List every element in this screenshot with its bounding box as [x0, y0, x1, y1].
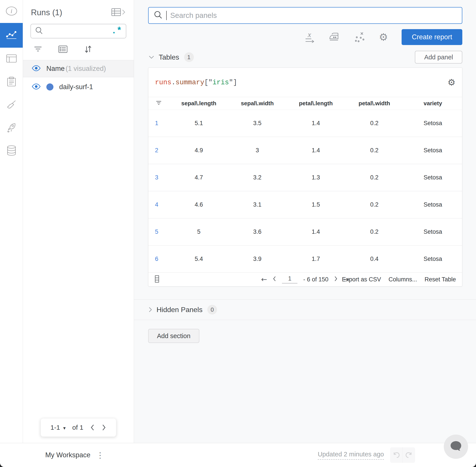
- iris-table-panel: runs.summary["iris"] ⚙ sepal\.length sep…: [148, 67, 462, 286]
- search-icon: [153, 10, 163, 21]
- column-header[interactable]: sepal\.length: [170, 100, 228, 107]
- rail-item-panels[interactable]: [0, 48, 23, 71]
- rail-item-overview[interactable]: i: [0, 0, 23, 23]
- workspace-menu-kebab-icon[interactable]: ⋮: [96, 451, 104, 460]
- row-index-link[interactable]: 2: [148, 147, 170, 154]
- x-axis-settings-icon[interactable]: x: [305, 31, 315, 43]
- column-header[interactable]: petal\.width: [345, 100, 404, 107]
- sort-icon[interactable]: [83, 45, 92, 53]
- first-page-arrow[interactable]: ←: [261, 275, 267, 284]
- prev-page-chevron[interactable]: [273, 276, 276, 283]
- broom-icon: [6, 100, 17, 110]
- info-icon: i: [6, 6, 17, 17]
- table-row: 1 5.1 3.5 1.4 0.2 Setosa: [148, 110, 462, 137]
- hidden-panels-section-header[interactable]: Hidden Panels 0: [134, 299, 476, 320]
- column-header[interactable]: variety: [404, 100, 462, 107]
- page-number-input[interactable]: 1: [282, 275, 297, 284]
- page-range-label: - 6 of 150: [303, 276, 328, 283]
- tables-section-header[interactable]: Tables 1 Add panel: [148, 51, 462, 64]
- create-report-button[interactable]: Create report: [402, 29, 462, 45]
- runs-table-expand-button[interactable]: [111, 8, 126, 17]
- table-row: 2 4.9 3 1.4 0.2 Setosa: [148, 137, 462, 164]
- row-index-link[interactable]: 4: [148, 201, 170, 208]
- updated-timestamp: Updated 2 minutes ago: [318, 451, 384, 460]
- runs-pagination: 1-1 ▾ of 1: [41, 418, 116, 437]
- table-row: 3 4.7 3.2 1.3 0.2 Setosa: [148, 164, 462, 191]
- columns-button[interactable]: Columns...: [389, 276, 417, 283]
- add-section-button[interactable]: Add section: [148, 329, 199, 343]
- search-panels-input[interactable]: Search panels: [148, 7, 462, 24]
- table-footer: ← 1 - 6 of 150 → Export: [148, 273, 462, 286]
- rail-item-charts[interactable]: [0, 23, 23, 48]
- visualized-count-label: (1 visualized): [66, 65, 106, 72]
- table-row: 5 5 3.6 1.4 0.2 Setosa: [148, 219, 462, 246]
- left-icon-rail: i: [0, 0, 23, 443]
- search-icon: [35, 26, 43, 36]
- page-range-dropdown[interactable]: 1-1 ▾: [51, 424, 66, 431]
- rail-item-artifacts[interactable]: [0, 140, 23, 162]
- reset-table-button[interactable]: Reset Table: [424, 276, 456, 283]
- undo-redo-group: [390, 447, 415, 463]
- svg-text:i: i: [11, 8, 12, 14]
- rail-item-launch[interactable]: [0, 117, 23, 140]
- last-page-arrow[interactable]: →: [344, 275, 349, 284]
- filter-icon[interactable]: [34, 46, 42, 53]
- runs-sidebar: Runs (1) .*: [23, 0, 134, 443]
- redo-button[interactable]: [403, 447, 415, 463]
- eye-icon[interactable]: [32, 65, 41, 72]
- run-name: daily-surf-1: [59, 83, 93, 91]
- runs-count-title: Runs (1): [31, 8, 62, 17]
- wandb-workspace-window: i: [0, 0, 476, 467]
- table-row: 4 4.6 3.1 1.5 0.2 Setosa: [148, 191, 462, 219]
- row-index-link[interactable]: 1: [148, 120, 170, 127]
- runs-table-icon: [111, 8, 121, 17]
- chevron-right-icon: [148, 306, 153, 313]
- rocket-icon: [6, 122, 17, 134]
- eye-icon[interactable]: [32, 83, 41, 91]
- workspace-content: Search panels x ⚙ Create report: [134, 0, 476, 443]
- workspace-settings-gear-icon[interactable]: ⚙: [379, 32, 388, 42]
- svg-text:x: x: [307, 31, 311, 39]
- column-header[interactable]: petal\.length: [287, 100, 345, 107]
- database-icon: [7, 145, 16, 157]
- caret-down-icon: ▾: [63, 425, 66, 431]
- help-chat-button[interactable]: [444, 435, 468, 459]
- row-index-link[interactable]: 6: [148, 256, 170, 262]
- data-table: sepal\.length sepal\.width petal\.length…: [148, 97, 462, 286]
- table-row: 6 5.4 3.9 1.7 0.4 Setosa: [148, 246, 462, 273]
- text-cursor: [166, 11, 167, 20]
- panel-settings-gear-icon[interactable]: ⚙: [448, 77, 455, 87]
- group-list-icon[interactable]: [58, 45, 67, 53]
- tables-count-badge: 1: [184, 52, 194, 62]
- undo-button[interactable]: [390, 447, 403, 463]
- table-header-row: sepal\.length sepal\.width petal\.length…: [148, 97, 462, 110]
- main-row: i: [0, 0, 476, 443]
- outliers-scatter-icon[interactable]: [354, 32, 365, 43]
- clipboard-icon: [7, 76, 16, 88]
- row-height-icon[interactable]: [155, 275, 159, 284]
- regex-toggle[interactable]: .*: [111, 29, 122, 33]
- layout-table-icon: [6, 54, 17, 64]
- chevron-right-icon: [121, 9, 126, 16]
- row-index-link[interactable]: 5: [148, 228, 170, 235]
- chevron-down-icon: [148, 55, 155, 59]
- run-color-dot: [46, 83, 53, 91]
- table-filter-icon[interactable]: [148, 100, 170, 107]
- smoothing-iron-icon[interactable]: [329, 33, 341, 41]
- next-page-chevron[interactable]: [334, 276, 338, 283]
- panel-title: runs.summary["iris"]: [155, 78, 237, 86]
- line-chart-icon: [6, 30, 17, 41]
- hidden-panels-label: Hidden Panels: [157, 306, 202, 314]
- rail-item-notes[interactable]: [0, 71, 23, 94]
- search-panels-placeholder: Search panels: [170, 11, 217, 20]
- hidden-panels-count-badge: 0: [207, 305, 217, 314]
- rail-item-sweeps[interactable]: [0, 94, 23, 117]
- row-index-link[interactable]: 3: [148, 174, 170, 181]
- column-header[interactable]: sepal\.width: [228, 100, 287, 107]
- next-page-button[interactable]: [101, 424, 106, 431]
- add-panel-button[interactable]: Add panel: [415, 51, 462, 64]
- tables-section-label: Tables: [159, 53, 179, 61]
- runs-search-input[interactable]: .*: [30, 24, 126, 39]
- prev-page-button[interactable]: [90, 424, 95, 431]
- run-row-daily-surf-1[interactable]: daily-surf-1: [23, 77, 134, 97]
